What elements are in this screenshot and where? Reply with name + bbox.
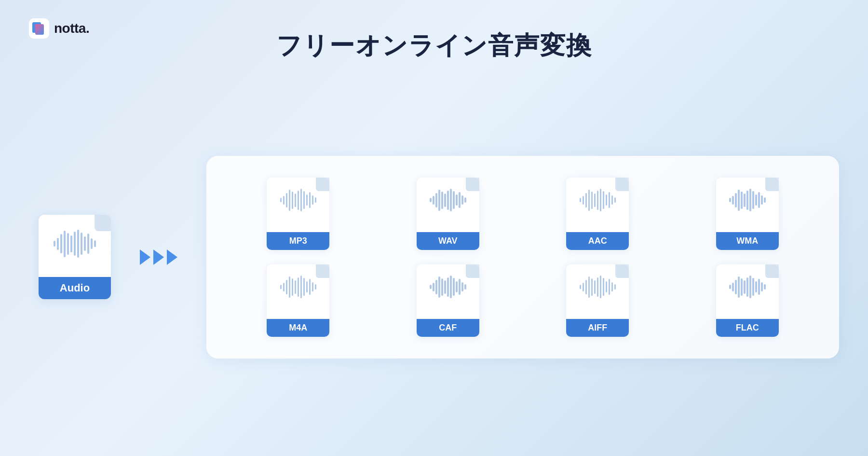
source-file-card: Audio	[29, 215, 121, 299]
aac-file-shape: AAC	[566, 178, 629, 250]
output-panel: MP3	[206, 156, 839, 359]
wav-waveform	[430, 188, 466, 212]
format-card-wav: WAV	[380, 178, 516, 250]
caf-waveform	[430, 275, 466, 299]
wma-file-shape: WMA	[716, 178, 779, 250]
m4a-waveform	[280, 275, 317, 299]
mp3-label: MP3	[267, 232, 329, 250]
wav-label: WAV	[417, 232, 479, 250]
format-card-aiff: AIFF	[530, 264, 665, 337]
logo-area: notta.	[29, 18, 89, 39]
content-area: Audio	[29, 87, 839, 427]
m4a-label: M4A	[267, 319, 329, 337]
wma-waveform	[729, 188, 766, 212]
caf-label: CAF	[417, 319, 479, 337]
wav-file-shape: WAV	[417, 178, 479, 250]
caf-file-shape: CAF	[417, 264, 479, 337]
source-file-label: Audio	[39, 277, 111, 299]
mp3-waveform	[280, 188, 317, 212]
flac-waveform	[729, 275, 766, 299]
aac-label: AAC	[566, 232, 629, 250]
logo-text: notta.	[54, 21, 89, 36]
arrow-2-icon	[153, 249, 164, 265]
arrow-3-icon	[167, 249, 177, 265]
flac-file-shape: FLAC	[716, 264, 779, 337]
format-card-caf: CAF	[380, 264, 516, 337]
svg-rect-2	[35, 24, 44, 35]
arrow-1-icon	[140, 249, 150, 265]
arrow-section	[140, 249, 177, 265]
aiff-label: AIFF	[566, 319, 629, 337]
flac-label: FLAC	[716, 319, 779, 337]
aiff-waveform	[580, 275, 616, 299]
format-card-wma: WMA	[680, 178, 815, 250]
m4a-file-shape: M4A	[267, 264, 329, 337]
source-file-shape: Audio	[39, 215, 111, 299]
format-card-aac: AAC	[530, 178, 665, 250]
aiff-file-shape: AIFF	[566, 264, 629, 337]
source-section: Audio	[29, 215, 177, 299]
mp3-file-shape: MP3	[267, 178, 329, 250]
format-card-mp3: MP3	[231, 178, 366, 250]
aac-waveform	[580, 188, 616, 212]
format-card-m4a: M4A	[231, 264, 366, 337]
source-waveform-icon	[54, 229, 96, 258]
page-title: フリーオンライン音声変換	[276, 29, 592, 63]
format-card-flac: FLAC	[680, 264, 815, 337]
wma-label: WMA	[716, 232, 779, 250]
notta-logo-icon	[29, 18, 49, 39]
